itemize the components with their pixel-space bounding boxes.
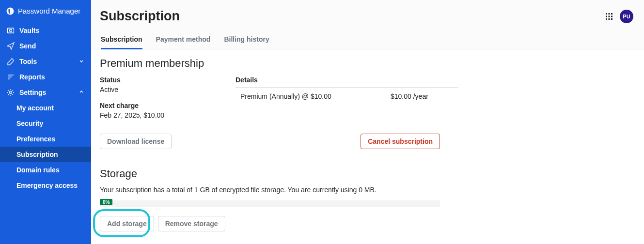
status-value: Active (100, 85, 216, 95)
app-logo-row[interactable]: Password Manager (0, 0, 91, 23)
next-charge-value: Feb 27, 2025, $10.00 (100, 111, 216, 121)
storage-progress-bar: 0% (100, 200, 440, 207)
sidebar-item-label: Domain rules (16, 166, 60, 174)
sidebar-sub-subscription[interactable]: Subscription (0, 147, 91, 162)
add-storage-button[interactable]: Add storage (100, 216, 154, 231)
details-divider (236, 87, 458, 88)
detail-price: $10.00 /year (391, 92, 458, 100)
header-actions: PU (605, 9, 633, 23)
svg-rect-2 (8, 28, 14, 33)
cancel-subscription-button[interactable]: Cancel subscription (361, 134, 440, 149)
gear-icon (7, 89, 15, 96)
svg-rect-9 (609, 13, 610, 15)
sidebar-item-label: Subscription (16, 151, 58, 158)
sidebar-sub-emergency-access[interactable]: Emergency access (0, 178, 91, 193)
sidebar-item-label: Send (19, 42, 36, 50)
details-label: Details (236, 76, 458, 85)
main-content: Subscription Subscription Payment method… (91, 0, 644, 244)
sidebar-sub-security[interactable]: Security (0, 116, 91, 131)
download-license-button[interactable]: Download license (100, 134, 172, 149)
sidebar-item-tools[interactable]: Tools (0, 54, 91, 69)
avatar[interactable]: PU (620, 10, 633, 23)
tab-bar: Subscription Payment method Billing hist… (100, 35, 269, 49)
wrench-icon (7, 58, 15, 65)
sidebar-item-label: Security (16, 120, 43, 127)
sidebar-sub-domain-rules[interactable]: Domain rules (0, 162, 91, 178)
send-icon (7, 42, 15, 50)
chevron-up-icon (79, 89, 84, 96)
svg-point-7 (10, 92, 12, 94)
storage-description: Your subscription has a total of 1 GB of… (100, 186, 635, 194)
svg-rect-10 (611, 13, 613, 15)
sidebar-item-label: Preferences (16, 135, 55, 143)
svg-rect-8 (606, 13, 607, 15)
sidebar-item-label: Vaults (19, 27, 39, 34)
sidebar-item-reports[interactable]: Reports (0, 69, 91, 85)
sidebar-item-label: Tools (19, 58, 37, 65)
sidebar-item-label: Settings (19, 89, 46, 96)
sidebar-item-send[interactable]: Send (0, 38, 91, 54)
remove-storage-button[interactable]: Remove storage (158, 216, 225, 231)
page-title: Subscription (100, 9, 269, 24)
sidebar-item-vaults[interactable]: Vaults (0, 23, 91, 38)
details-row: Premium (Annually) @ $10.00 $10.00 /year (236, 92, 458, 101)
shield-logo-icon (6, 7, 14, 15)
svg-rect-16 (611, 18, 613, 20)
svg-rect-11 (606, 16, 607, 17)
app-name: Password Manager (18, 7, 80, 15)
vault-icon (7, 27, 15, 34)
sidebar-sub-preferences[interactable]: Preferences (0, 131, 91, 147)
svg-rect-12 (609, 16, 610, 17)
tab-payment-method[interactable]: Payment method (156, 35, 211, 49)
page-header: Subscription Subscription Payment method… (91, 0, 644, 49)
svg-point-3 (10, 30, 12, 32)
svg-rect-13 (611, 16, 613, 17)
storage-percent-badge: 0% (100, 199, 112, 205)
svg-rect-14 (606, 18, 607, 20)
sidebar: Password Manager Vaults Send Tools Repor… (0, 0, 91, 244)
sidebar-item-label: My account (16, 104, 54, 112)
content-area: Premium membership Status Active Next ch… (91, 49, 644, 241)
tab-billing-history[interactable]: Billing history (224, 35, 269, 49)
membership-section-title: Premium membership (100, 57, 635, 70)
chevron-down-icon (79, 58, 84, 65)
detail-item: Premium (Annually) @ $10.00 (240, 92, 391, 100)
sidebar-item-label: Reports (19, 73, 45, 81)
sidebar-item-settings[interactable]: Settings (0, 85, 91, 100)
svg-rect-15 (609, 18, 610, 20)
sidebar-sub-my-account[interactable]: My account (0, 100, 91, 116)
next-charge-label: Next charge (100, 101, 216, 111)
app-switcher-icon[interactable] (605, 13, 613, 20)
status-label: Status (100, 76, 216, 85)
reports-icon (7, 73, 15, 81)
sidebar-item-label: Emergency access (16, 182, 78, 189)
tab-subscription[interactable]: Subscription (101, 35, 142, 49)
storage-section-title: Storage (100, 168, 635, 180)
